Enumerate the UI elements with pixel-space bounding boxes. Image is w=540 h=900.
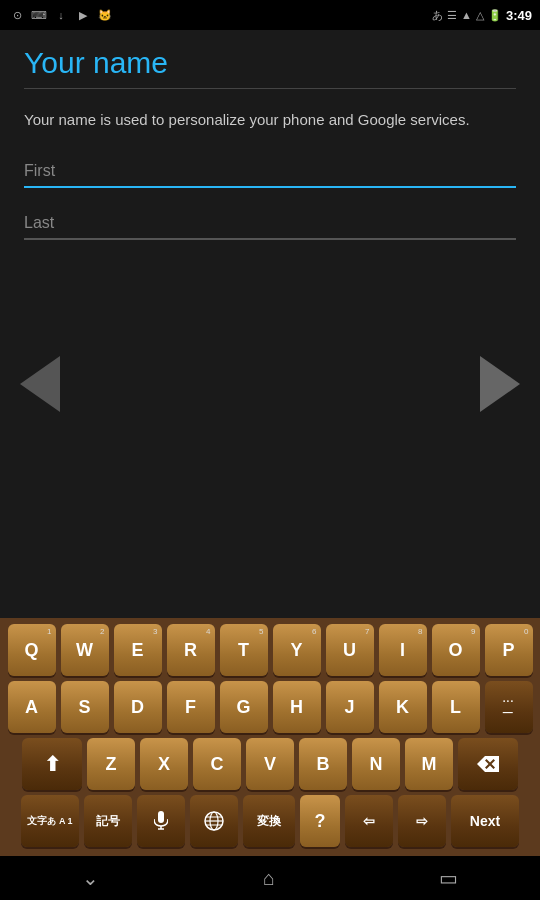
app-icon: ⊙ [8, 6, 26, 24]
key-henkan[interactable]: 変換 [243, 795, 295, 847]
key-r[interactable]: 4R [167, 624, 215, 676]
signal-icon: △ [476, 9, 484, 22]
bottom-nav: ⌄ ⌂ ▭ [0, 856, 540, 900]
key-ellipsis[interactable]: ···— [485, 681, 533, 733]
lang-icon: あ [432, 8, 443, 23]
nfc-icon: ☰ [447, 9, 457, 22]
key-b[interactable]: B [299, 738, 347, 790]
key-y[interactable]: 6Y [273, 624, 321, 676]
key-arrow-right[interactable]: ⇨ [398, 795, 446, 847]
key-x[interactable]: X [140, 738, 188, 790]
key-globe[interactable] [190, 795, 238, 847]
key-next[interactable]: Next [451, 795, 519, 847]
home-button[interactable]: ⌂ [243, 859, 295, 898]
arrow-right-button[interactable] [480, 356, 520, 412]
key-mic[interactable] [137, 795, 185, 847]
key-d[interactable]: D [114, 681, 162, 733]
key-v[interactable]: V [246, 738, 294, 790]
wifi-icon: ▲ [461, 9, 472, 21]
status-bar: ⊙ ⌨ ↓ ▶ 🐱 あ ☰ ▲ △ 🔋 3:49 [0, 0, 540, 30]
key-p[interactable]: 0P [485, 624, 533, 676]
recents-button[interactable]: ▭ [419, 858, 478, 898]
page-title: Your name [24, 46, 516, 80]
cat-icon: 🐱 [96, 6, 114, 24]
main-content: Your name Your name is used to personali… [0, 30, 540, 276]
key-f[interactable]: F [167, 681, 215, 733]
key-k[interactable]: K [379, 681, 427, 733]
battery-icon: 🔋 [488, 9, 502, 22]
keyboard-row-4: 文字あ A 1 記号 変換 ? ⇦ ⇨ Next [4, 795, 536, 847]
status-time: 3:49 [506, 8, 532, 23]
key-m[interactable]: M [405, 738, 453, 790]
play-icon: ▶ [74, 6, 92, 24]
key-arrow-left[interactable]: ⇦ [345, 795, 393, 847]
key-g[interactable]: G [220, 681, 268, 733]
nav-arrows [0, 276, 540, 432]
keyboard: 1Q 2W 3E 4R 5T 6Y 7U 8I 9O 0P A S D F G … [0, 618, 540, 856]
key-l[interactable]: L [432, 681, 480, 733]
key-o[interactable]: 9O [432, 624, 480, 676]
download-icon: ↓ [52, 6, 70, 24]
key-t[interactable]: 5T [220, 624, 268, 676]
status-icons-right: あ ☰ ▲ △ 🔋 3:49 [432, 8, 532, 23]
keyboard-row-2: A S D F G H J K L ···— [4, 681, 536, 733]
svg-rect-0 [158, 811, 164, 823]
key-s[interactable]: S [61, 681, 109, 733]
last-name-input[interactable] [24, 208, 516, 240]
arrow-left-button[interactable] [20, 356, 60, 412]
keyboard-icon: ⌨ [30, 6, 48, 24]
key-w[interactable]: 2W [61, 624, 109, 676]
key-a[interactable]: A [8, 681, 56, 733]
keyboard-row-3: ⬆ Z X C V B N M [4, 738, 536, 790]
first-name-input[interactable] [24, 156, 516, 188]
key-symbol[interactable]: 記号 [84, 795, 132, 847]
key-u[interactable]: 7U [326, 624, 374, 676]
key-c[interactable]: C [193, 738, 241, 790]
key-question[interactable]: ? [300, 795, 340, 847]
key-n[interactable]: N [352, 738, 400, 790]
key-kana[interactable]: 文字あ A 1 [21, 795, 79, 847]
status-icons-left: ⊙ ⌨ ↓ ▶ 🐱 [8, 6, 114, 24]
key-z[interactable]: Z [87, 738, 135, 790]
divider [24, 88, 516, 89]
key-h[interactable]: H [273, 681, 321, 733]
back-button[interactable]: ⌄ [62, 858, 119, 898]
description-text: Your name is used to personalize your ph… [24, 109, 516, 132]
key-shift[interactable]: ⬆ [22, 738, 82, 790]
key-q[interactable]: 1Q [8, 624, 56, 676]
keyboard-row-1: 1Q 2W 3E 4R 5T 6Y 7U 8I 9O 0P [4, 624, 536, 676]
key-e[interactable]: 3E [114, 624, 162, 676]
key-j[interactable]: J [326, 681, 374, 733]
key-backspace[interactable] [458, 738, 518, 790]
key-i[interactable]: 8I [379, 624, 427, 676]
